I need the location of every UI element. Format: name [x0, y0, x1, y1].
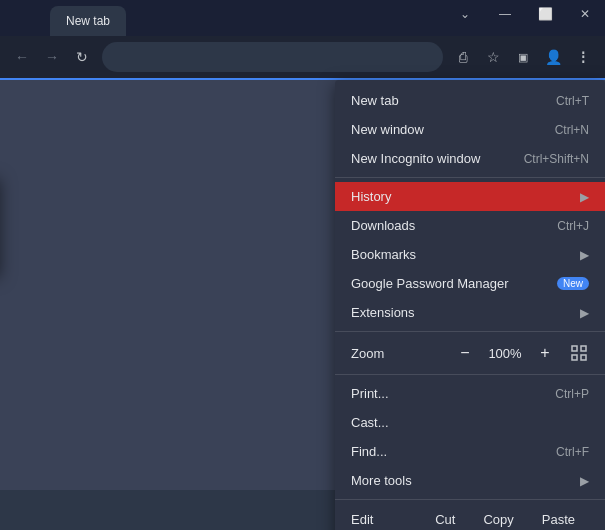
menu-new-tab[interactable]: New tab Ctrl+T	[335, 86, 605, 115]
fullscreen-button[interactable]	[569, 343, 589, 363]
menu-find[interactable]: Find... Ctrl+F	[335, 437, 605, 466]
paste-button[interactable]: Paste	[528, 509, 589, 530]
menu-bookmarks-label: Bookmarks	[351, 247, 572, 262]
cut-button[interactable]: Cut	[421, 509, 469, 530]
split-tab-icon[interactable]: ▣	[509, 43, 537, 71]
svg-rect-0	[572, 346, 577, 351]
bookmark-icon[interactable]: ☆	[479, 43, 507, 71]
menu-new-tab-shortcut: Ctrl+T	[556, 94, 589, 108]
menu-find-shortcut: Ctrl+F	[556, 445, 589, 459]
menu-incognito[interactable]: New Incognito window Ctrl+Shift+N	[335, 144, 605, 173]
extensions-arrow-icon: ▶	[580, 306, 589, 320]
profile-icon[interactable]: 👤	[539, 43, 567, 71]
menu-cast[interactable]: Cast...	[335, 408, 605, 437]
tab-label: New tab	[66, 14, 110, 28]
menu-cast-label: Cast...	[351, 415, 589, 430]
menu-history-label: History	[351, 189, 572, 204]
chevron-down-icon[interactable]: ⌄	[445, 0, 485, 28]
menu-history[interactable]: History ▶	[335, 182, 605, 211]
bookmarks-arrow-icon: ▶	[580, 248, 589, 262]
edit-actions: Cut Copy Paste	[421, 509, 589, 530]
more-tools-arrow-icon: ▶	[580, 474, 589, 488]
menu-find-label: Find...	[351, 444, 556, 459]
menu-password-label: Google Password Manager	[351, 276, 549, 291]
menu-icon[interactable]: ⋮	[569, 43, 597, 71]
copy-button[interactable]: Copy	[469, 509, 527, 530]
zoom-minus-button[interactable]: −	[453, 341, 477, 365]
forward-button[interactable]: →	[38, 43, 66, 71]
menu-new-window-label: New window	[351, 122, 555, 137]
menu-more-tools[interactable]: More tools ▶	[335, 466, 605, 495]
menu-extensions[interactable]: Extensions ▶	[335, 298, 605, 327]
divider-4	[335, 499, 605, 500]
back-button[interactable]: ←	[8, 43, 36, 71]
menu-print[interactable]: Print... Ctrl+P	[335, 379, 605, 408]
menu-downloads-label: Downloads	[351, 218, 557, 233]
zoom-value: 100%	[485, 346, 525, 361]
edit-row: Edit Cut Copy Paste	[335, 504, 605, 530]
reload-button[interactable]: ↻	[68, 43, 96, 71]
divider-1	[335, 177, 605, 178]
menu-incognito-shortcut: Ctrl+Shift+N	[524, 152, 589, 166]
fullscreen-icon	[571, 345, 587, 361]
history-arrow-icon: ▶	[580, 190, 589, 204]
zoom-row: Zoom − 100% +	[335, 336, 605, 370]
share-icon[interactable]: ⎙	[449, 43, 477, 71]
zoom-label: Zoom	[351, 346, 453, 361]
menu-incognito-label: New Incognito window	[351, 151, 524, 166]
minimize-button[interactable]: —	[485, 0, 525, 28]
maximize-button[interactable]: ⬜	[525, 0, 565, 28]
svg-rect-2	[572, 355, 577, 360]
close-button[interactable]: ✕	[565, 0, 605, 28]
menu-downloads[interactable]: Downloads Ctrl+J	[335, 211, 605, 240]
address-input[interactable]	[102, 42, 443, 72]
svg-rect-3	[581, 355, 586, 360]
menu-bookmarks[interactable]: Bookmarks ▶	[335, 240, 605, 269]
menu-extensions-label: Extensions	[351, 305, 572, 320]
divider-3	[335, 374, 605, 375]
toolbar-icons: ⎙ ☆ ▣ 👤 ⋮	[449, 43, 597, 71]
menu-print-shortcut: Ctrl+P	[555, 387, 589, 401]
svg-rect-1	[581, 346, 586, 351]
main-content: History Ctrl+H Recently closed Ctrl+Shif…	[0, 80, 605, 490]
menu-password-manager[interactable]: Google Password Manager New	[335, 269, 605, 298]
zoom-plus-button[interactable]: +	[533, 341, 557, 365]
edit-label: Edit	[351, 512, 421, 527]
active-tab[interactable]: New tab	[50, 6, 126, 36]
zoom-controls: − 100% +	[453, 341, 589, 365]
chrome-menu: New tab Ctrl+T New window Ctrl+N New Inc…	[335, 80, 605, 530]
nav-icons: ← → ↻	[8, 43, 96, 71]
address-bar: ← → ↻ ⎙ ☆ ▣ 👤 ⋮	[0, 36, 605, 80]
menu-new-window[interactable]: New window Ctrl+N	[335, 115, 605, 144]
menu-new-window-shortcut: Ctrl+N	[555, 123, 589, 137]
menu-print-label: Print...	[351, 386, 555, 401]
menu-more-tools-label: More tools	[351, 473, 572, 488]
menu-downloads-shortcut: Ctrl+J	[557, 219, 589, 233]
divider-2	[335, 331, 605, 332]
new-badge: New	[557, 277, 589, 290]
menu-new-tab-label: New tab	[351, 93, 556, 108]
